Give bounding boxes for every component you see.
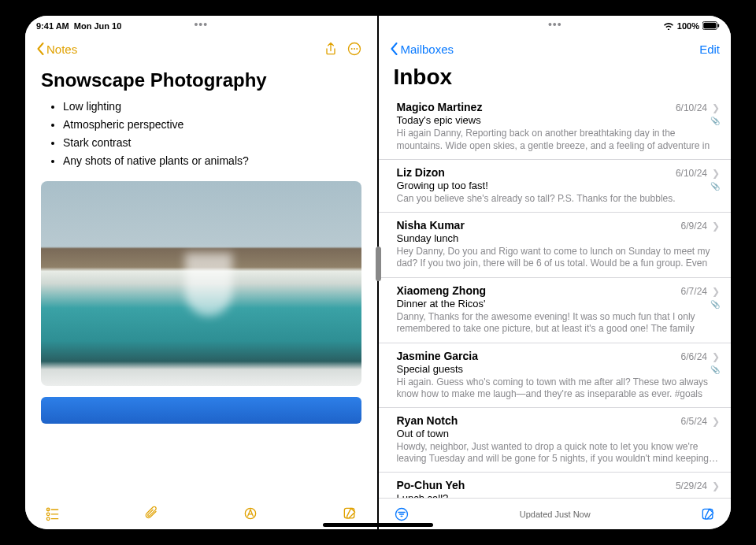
- mail-edit-button[interactable]: Edit: [699, 43, 720, 56]
- mail-subject: Dinner at the Ricos': [396, 298, 720, 310]
- attachment-button[interactable]: [140, 502, 164, 525]
- mail-title: Inbox: [379, 65, 731, 95]
- mail-row[interactable]: Po-Chun Yeh 5/29/24 ❯ Lunch call?: [379, 473, 731, 498]
- svg-point-5: [354, 48, 355, 50]
- notes-back-label: Notes: [46, 43, 77, 56]
- mail-subject: Sunday lunch: [396, 232, 720, 244]
- more-button[interactable]: [343, 37, 366, 61]
- mail-from: Magico Martinez: [396, 101, 675, 113]
- compose-note-button[interactable]: [338, 502, 361, 525]
- svg-rect-2: [717, 24, 719, 27]
- chevron-right-icon: ❯: [712, 221, 720, 232]
- mail-subject: Today's epic views: [396, 114, 720, 126]
- note-bullet[interactable]: Low lighting: [63, 98, 361, 116]
- share-button[interactable]: [319, 37, 343, 61]
- paperclip-icon: 📎: [710, 365, 720, 374]
- mail-from: Liz Dizon: [396, 166, 675, 179]
- note-bullet[interactable]: Any shots of native plants or animals?: [63, 152, 361, 170]
- wifi-icon: [663, 21, 674, 30]
- mail-row[interactable]: Nisha Kumar 6/9/24 ❯ Sunday lunch Hey Da…: [379, 213, 731, 278]
- mail-back-button[interactable]: Mailboxes: [390, 43, 454, 56]
- battery-icon: [702, 21, 720, 30]
- mail-date: 6/10/24: [676, 168, 707, 179]
- home-indicator[interactable]: [323, 523, 433, 527]
- status-time: 9:41 AM: [36, 21, 69, 31]
- mail-subject: Lunch call?: [396, 492, 720, 498]
- note-image-attachment-2[interactable]: [41, 397, 361, 424]
- svg-rect-1: [703, 23, 716, 29]
- notes-app: ••• Notes Snowscape Photography Low ligh…: [25, 16, 377, 529]
- filter-button[interactable]: [390, 502, 413, 526]
- mail-preview: Can you believe she's already so tall? P…: [396, 193, 720, 206]
- note-bullet[interactable]: Atmospheric perspective: [63, 116, 361, 134]
- mail-app: ••• Mailboxes Edit Inbox Magico Martinez…: [379, 16, 731, 529]
- note-image-attachment[interactable]: [41, 181, 361, 386]
- mail-preview: Danny, Thanks for the awesome evening! I…: [396, 311, 720, 336]
- status-date: Mon Jun 10: [74, 21, 122, 31]
- mail-row[interactable]: Jasmine Garcia 6/6/24 ❯ Special guests H…: [379, 343, 731, 408]
- mail-row[interactable]: Ryan Notch 6/5/24 ❯ Out of town Howdy, n…: [379, 408, 731, 473]
- chevron-right-icon: ❯: [712, 416, 720, 427]
- svg-point-9: [46, 513, 50, 516]
- mail-date: 6/7/24: [681, 286, 707, 297]
- note-bullet-list[interactable]: Low lighting Atmospheric perspective Sta…: [41, 98, 361, 170]
- chevron-right-icon: ❯: [712, 286, 720, 297]
- mail-from: Nisha Kumar: [396, 219, 680, 232]
- mail-from: Po-Chun Yeh: [396, 479, 675, 491]
- mail-subject: Special guests: [396, 363, 720, 375]
- mail-from: Ryan Notch: [396, 414, 680, 427]
- mail-preview: Howdy, neighbor, Just wanted to drop a q…: [396, 441, 720, 465]
- mail-status-text: Updated Just Now: [413, 510, 696, 519]
- mail-date: 6/6/24: [681, 351, 707, 362]
- mail-back-label: Mailboxes: [400, 43, 454, 56]
- mail-date: 6/9/24: [681, 221, 707, 232]
- note-body[interactable]: Low lighting Atmospheric perspective Sta…: [25, 98, 377, 496]
- status-bar: 9:41 AM Mon Jun 10 100%: [25, 16, 731, 33]
- chevron-right-icon: ❯: [712, 351, 720, 362]
- paperclip-icon: 📎: [710, 300, 720, 309]
- svg-point-6: [356, 48, 358, 50]
- paperclip-icon: 📎: [710, 117, 720, 125]
- mail-list[interactable]: Magico Martinez 6/10/24 ❯ Today's epic v…: [379, 95, 731, 498]
- chevron-right-icon: ❯: [712, 102, 720, 113]
- mail-from: Jasmine Garcia: [396, 350, 680, 362]
- mail-subject: Out of town: [396, 428, 720, 439]
- mail-from: Xiaomeng Zhong: [396, 284, 680, 297]
- mail-row[interactable]: Liz Dizon 6/10/24 ❯ Growing up too fast!…: [379, 160, 731, 213]
- mail-preview: Hey Danny, Do you and Rigo want to come …: [396, 246, 720, 271]
- mail-row[interactable]: Magico Martinez 6/10/24 ❯ Today's epic v…: [379, 95, 731, 160]
- mail-row[interactable]: Xiaomeng Zhong 6/7/24 ❯ Dinner at the Ri…: [379, 278, 731, 343]
- mail-subject: Growing up too fast!: [396, 180, 720, 191]
- split-view-divider[interactable]: [377, 16, 380, 529]
- mail-preview: Hi again. Guess who's coming to town wit…: [396, 376, 720, 401]
- notes-back-button[interactable]: Notes: [36, 43, 77, 56]
- mail-date: 6/10/24: [676, 102, 707, 113]
- paperclip-icon: 📎: [710, 182, 720, 191]
- checklist-button[interactable]: [41, 502, 65, 525]
- note-title[interactable]: Snowscape Photography: [25, 65, 377, 98]
- note-bullet[interactable]: Stark contrast: [63, 134, 361, 152]
- mail-date: 5/29/24: [676, 480, 707, 491]
- mail-date: 6/5/24: [681, 416, 707, 427]
- chevron-right-icon: ❯: [712, 168, 720, 179]
- mail-preview: Hi again Danny, Reporting back on anothe…: [396, 128, 720, 153]
- compose-mail-button[interactable]: [696, 502, 720, 526]
- svg-point-11: [46, 517, 50, 520]
- markup-button[interactable]: [239, 502, 262, 525]
- svg-point-4: [350, 48, 352, 50]
- chevron-right-icon: ❯: [712, 480, 720, 491]
- status-battery-text: 100%: [677, 21, 699, 31]
